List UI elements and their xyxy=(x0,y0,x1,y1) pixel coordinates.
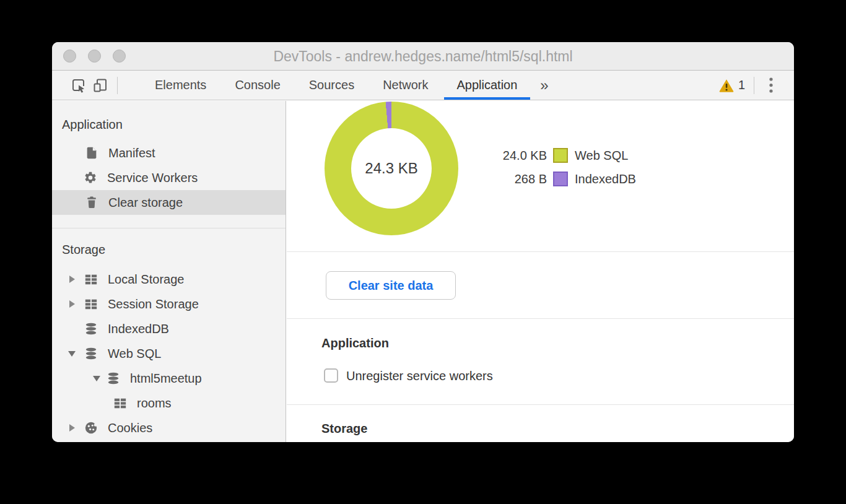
storage-section-heading: Storage xyxy=(321,420,367,437)
table-icon xyxy=(113,396,127,410)
database-icon xyxy=(84,347,98,360)
sidebar-item-session-storage[interactable]: Session Storage xyxy=(52,292,286,316)
sidebar-item-cookies[interactable]: Cookies xyxy=(52,415,286,440)
titlebar: DevTools - andrew.hedges.name/html5/sql.… xyxy=(52,42,794,71)
devtools-toolbar: Elements Console Sources Network Applica… xyxy=(52,71,794,100)
unregister-service-workers-checkbox[interactable] xyxy=(324,368,338,383)
tab-console[interactable]: Console xyxy=(220,71,294,100)
expander-icon[interactable] xyxy=(67,276,77,283)
trash-icon xyxy=(85,196,98,209)
file-icon xyxy=(85,146,98,160)
panel-tabs: Elements Console Sources Network Applica… xyxy=(141,71,557,100)
clear-storage-panel: 24.3 KB 24.0 KB Web SQL 268 B IndexedDB … xyxy=(287,101,794,442)
tab-elements[interactable]: Elements xyxy=(141,71,220,100)
storage-total-label: 24.3 KB xyxy=(365,160,417,177)
table-icon xyxy=(84,297,98,311)
toolbar-separator xyxy=(754,77,754,94)
application-sidebar: Application Manifest Service Workers xyxy=(52,101,286,442)
database-icon xyxy=(107,371,120,385)
inspect-element-icon[interactable] xyxy=(71,77,87,93)
websql-size: 24.0 KB xyxy=(485,149,547,163)
database-icon xyxy=(84,322,98,336)
storage-total: 24.3 KB xyxy=(351,128,432,209)
sidebar-item-web-sql[interactable]: Web SQL xyxy=(52,341,286,366)
indexeddb-label: IndexedDB xyxy=(575,172,636,186)
sidebar-section-storage: Storage xyxy=(62,241,105,258)
sidebar-item-clear-storage[interactable]: Clear storage xyxy=(52,190,286,215)
warning-count[interactable]: 1 xyxy=(738,78,745,92)
indexeddb-size: 268 B xyxy=(485,172,547,186)
sidebar-section-application: Application xyxy=(62,116,123,133)
toolbar-separator xyxy=(117,77,118,94)
sidebar-item-manifest[interactable]: Manifest xyxy=(52,141,286,165)
websql-label: Web SQL xyxy=(575,149,628,163)
sidebar-divider xyxy=(52,228,286,228)
sidebar-item-indexeddb[interactable]: IndexedDB xyxy=(52,316,286,341)
cookie-icon xyxy=(84,421,98,435)
legend-row-indexeddb: 268 B IndexedDB xyxy=(485,170,636,188)
tab-network[interactable]: Network xyxy=(368,71,442,100)
table-icon xyxy=(84,272,98,286)
more-panels-button[interactable]: » xyxy=(531,71,557,100)
gear-icon xyxy=(84,171,97,185)
expander-icon[interactable] xyxy=(67,300,77,308)
section-divider xyxy=(287,404,794,405)
clear-site-data-button[interactable]: Clear site data xyxy=(326,271,456,300)
sidebar-item-rooms[interactable]: rooms xyxy=(52,391,286,415)
tab-sources[interactable]: Sources xyxy=(295,71,368,100)
warning-icon[interactable] xyxy=(718,78,735,93)
sidebar-item-service-workers[interactable]: Service Workers xyxy=(52,165,286,190)
kebab-menu-icon[interactable] xyxy=(763,77,779,93)
toolbar-right: 1 xyxy=(718,77,794,94)
application-section-heading: Application xyxy=(321,335,389,351)
devtools-content: Application Manifest Service Workers xyxy=(52,101,794,442)
expander-icon[interactable] xyxy=(67,351,77,357)
legend-row-websql: 24.0 KB Web SQL xyxy=(485,147,628,164)
unregister-service-workers-label: Unregister service workers xyxy=(346,367,493,385)
websql-swatch-icon xyxy=(553,148,568,163)
tab-application[interactable]: Application xyxy=(443,71,532,100)
sidebar-item-html5meetup[interactable]: html5meetup xyxy=(52,366,286,391)
sidebar-item-local-storage[interactable]: Local Storage xyxy=(52,267,286,292)
expander-icon[interactable] xyxy=(92,376,102,381)
section-divider xyxy=(287,251,794,252)
expander-icon[interactable] xyxy=(67,424,77,432)
window-title: DevTools - andrew.hedges.name/html5/sql.… xyxy=(52,42,794,71)
section-divider xyxy=(287,318,794,319)
indexeddb-swatch-icon xyxy=(553,172,568,186)
storage-usage-donut-chart: 24.3 KB xyxy=(325,102,458,235)
device-toolbar-icon[interactable] xyxy=(92,77,108,93)
devtools-window: DevTools - andrew.hedges.name/html5/sql.… xyxy=(52,42,794,442)
